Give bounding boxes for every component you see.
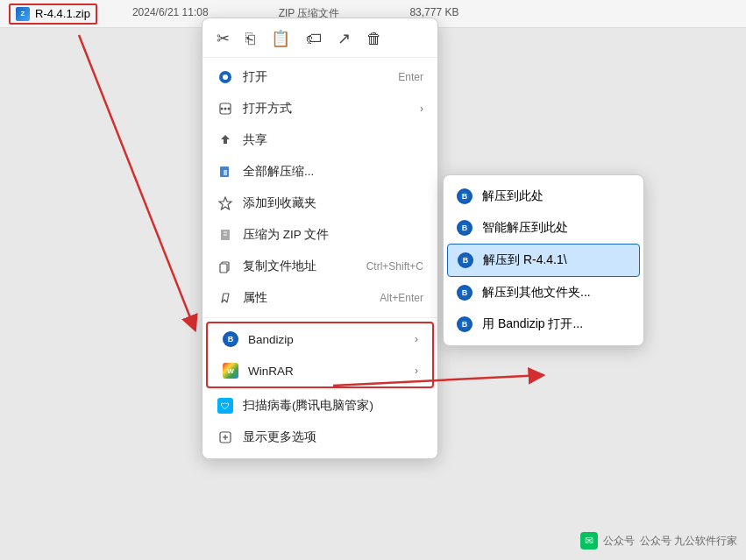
open-with-icon xyxy=(217,100,234,117)
extract-other-label: 解压到其他文件夹... xyxy=(482,285,591,301)
scan-icon: 🛡 xyxy=(217,397,234,415)
menu-item-more[interactable]: 显示更多选项 xyxy=(202,422,437,453)
svg-point-4 xyxy=(221,108,224,110)
file-name-label: Z R-4.4.1.zip xyxy=(9,4,97,25)
svg-marker-9 xyxy=(219,197,231,209)
file-date: 2024/6/21 11:08 xyxy=(132,6,209,21)
watermark: ✉ 公众号 公众号 九公软件行家 xyxy=(580,532,737,549)
menu-item-share[interactable]: 共享 xyxy=(202,124,437,156)
file-name-text: R-4.4.1.zip xyxy=(35,7,90,20)
extract-folder-label: 解压到 R-4.4.1\ xyxy=(483,252,567,268)
bandizip-label: Bandizip xyxy=(248,333,406,346)
properties-icon xyxy=(217,289,234,307)
share-label: 共享 xyxy=(243,132,423,148)
menu-item-winrar[interactable]: W WinRAR › xyxy=(208,355,432,386)
submenu-open-bandizip[interactable]: B 用 Bandizip 打开... xyxy=(444,308,643,340)
context-menu: ✂ ⎗ 📋 🏷 ↗ 🗑 打开 Enter 打开方式 › 共享 xyxy=(202,18,438,459)
compress-zip-icon xyxy=(217,226,234,244)
extract-here-label: 解压到此处 xyxy=(482,188,544,204)
cut-icon[interactable]: ✂ xyxy=(217,29,230,48)
zip-file-icon: Z xyxy=(16,7,30,21)
bandizip-winrar-group: B Bandizip › B 解压到此处 B 智能解压到此处 xyxy=(206,322,434,388)
svg-rect-14 xyxy=(220,264,227,273)
svg-point-6 xyxy=(228,108,231,110)
copy-path-shortcut: Ctrl+Shift+C xyxy=(366,260,423,273)
add-favorite-label: 添加到收藏夹 xyxy=(243,195,423,211)
separator-1 xyxy=(202,317,437,318)
menu-item-bandizip[interactable]: B Bandizip › B 解压到此处 B 智能解压到此处 xyxy=(208,323,432,355)
menu-item-open[interactable]: 打开 Enter xyxy=(202,61,437,93)
svg-point-3 xyxy=(223,74,228,80)
properties-shortcut: Alt+Enter xyxy=(380,292,423,304)
submenu-smart-extract[interactable]: B 智能解压到此处 xyxy=(444,212,643,244)
delete-icon[interactable]: 🗑 xyxy=(366,30,382,48)
bandizip-submenu: B 解压到此处 B 智能解压到此处 B 解压到 R-4.4.1\ xyxy=(443,174,644,346)
smart-extract-label: 智能解压到此处 xyxy=(482,220,568,236)
menu-item-copy-path[interactable]: 复制文件地址 Ctrl+Shift+C xyxy=(202,251,437,282)
rename-icon[interactable]: 🏷 xyxy=(306,30,322,48)
open-label: 打开 xyxy=(243,69,389,85)
share-menu-icon xyxy=(217,131,234,149)
wechat-icon: ✉ xyxy=(580,532,598,549)
menu-item-open-with[interactable]: 打开方式 › xyxy=(202,93,437,124)
more-options-label: 显示更多选项 xyxy=(243,429,423,445)
smart-extract-icon: B xyxy=(456,219,473,237)
watermark-text: 公众号 九公软件行家 xyxy=(640,534,737,549)
context-menu-toolbar: ✂ ⎗ 📋 🏷 ↗ 🗑 xyxy=(202,24,437,58)
properties-label: 属性 xyxy=(243,290,371,306)
copy-path-label: 复制文件地址 xyxy=(243,259,358,274)
menu-item-add-favorite[interactable]: 添加到收藏夹 xyxy=(202,188,437,219)
submenu-extract-here[interactable]: B 解压到此处 xyxy=(444,181,643,212)
compress-zip-label: 压缩为 ZIP 文件 xyxy=(243,227,423,243)
svg-line-1 xyxy=(79,35,193,324)
submenu-extract-to-folder[interactable]: B 解压到 R-4.4.1\ xyxy=(447,244,640,277)
menu-item-extract-all[interactable]: 全部解压缩... xyxy=(202,156,437,188)
menu-item-properties[interactable]: 属性 Alt+Enter xyxy=(202,282,437,314)
scan-label: 扫描病毒(腾讯电脑管家) xyxy=(243,398,423,414)
open-icon xyxy=(217,68,234,86)
open-with-label: 打开方式 xyxy=(243,101,411,117)
menu-item-compress-zip[interactable]: 压缩为 ZIP 文件 xyxy=(202,219,437,251)
open-bandizip-label: 用 Bandizip 打开... xyxy=(482,316,583,332)
copy-icon[interactable]: ⎗ xyxy=(245,30,255,48)
extract-all-icon xyxy=(217,163,234,181)
extract-all-label: 全部解压缩... xyxy=(243,164,423,180)
share-icon[interactable]: ↗ xyxy=(337,29,351,48)
copy-path-icon xyxy=(217,258,234,275)
bandizip-icon: B xyxy=(222,330,239,348)
extract-other-icon: B xyxy=(456,284,473,301)
menu-item-scan[interactable]: 🛡 扫描病毒(腾讯电脑管家) xyxy=(202,390,437,422)
extract-folder-icon: B xyxy=(457,252,474,269)
winrar-icon: W xyxy=(222,362,239,379)
open-bandizip-icon: B xyxy=(456,315,473,333)
extract-here-icon: B xyxy=(456,188,473,205)
paste-icon[interactable]: 📋 xyxy=(271,29,290,48)
winrar-label: WinRAR xyxy=(248,365,406,378)
star-icon xyxy=(217,195,234,212)
open-shortcut: Enter xyxy=(398,71,423,83)
svg-point-5 xyxy=(224,108,227,110)
more-options-icon xyxy=(217,429,234,446)
submenu-extract-other[interactable]: B 解压到其他文件夹... xyxy=(444,277,643,308)
